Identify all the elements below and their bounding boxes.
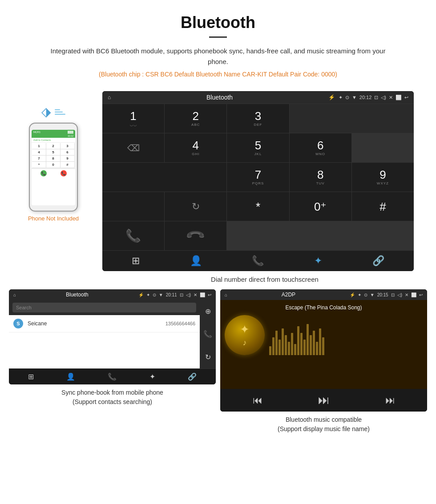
- dial-key-4[interactable]: 4 GHI: [165, 133, 226, 162]
- page-description: Integrated with BC6 Bluetooth module, su…: [49, 46, 387, 67]
- music-caption: Bluetooth music compatible (Support disp…: [278, 415, 370, 434]
- phone-not-included-label: Phone Not Included: [28, 215, 79, 222]
- dial-num-star: *: [256, 201, 260, 212]
- dial-num-4: 4: [193, 140, 199, 151]
- dial-key-6[interactable]: 6 MNO: [290, 133, 351, 162]
- dial-sub-5: JKL: [254, 152, 262, 156]
- eq-bar-12: [303, 340, 306, 355]
- pb-tb-link-icon[interactable]: 🔗: [188, 372, 197, 381]
- dial-backspace-icon: ⌫: [127, 143, 140, 153]
- page-header: Bluetooth Integrated with BC6 Bluetooth …: [0, 0, 436, 87]
- dial-key-star[interactable]: *: [227, 192, 289, 221]
- eq-bar-4: [279, 340, 281, 355]
- music-note-icon: ♪: [243, 338, 247, 348]
- pb-caption: Sync phone-book from mobile phone (Suppo…: [61, 388, 163, 407]
- pb-usb-icon: ⚡: [138, 292, 144, 297]
- music-sig-icon: ▼: [370, 292, 375, 297]
- phone-number-grid: 1 2 3 4 5 6 7 8 9 * 0 #: [32, 143, 75, 168]
- dial-toolbar: ⊞ 👤 📞 ✦ 🔗: [102, 250, 414, 271]
- pb-screen-title: Bluetooth: [19, 292, 136, 298]
- phone-key-3: 3: [61, 143, 75, 149]
- music-loc-icon: ⊙: [364, 292, 367, 297]
- eq-bar-13: [307, 324, 309, 355]
- dial-display: [290, 104, 414, 133]
- dial-num-7: 7: [255, 169, 261, 180]
- dial-call-green-icon: 📞: [125, 228, 141, 243]
- eq-bar-18: [322, 337, 324, 355]
- pb-cam-icon: ⊡: [180, 292, 183, 297]
- pb-contact-number: 13566664466: [166, 321, 195, 326]
- pb-search-row: Search: [9, 300, 200, 315]
- pb-tb-grid-icon[interactable]: ⊞: [28, 372, 34, 381]
- dial-key-2[interactable]: 2 ABC: [165, 104, 226, 133]
- dial-call-red-icon: 📞: [185, 225, 206, 246]
- music-next-btn[interactable]: ⏭: [385, 395, 395, 406]
- dial-refresh-btn[interactable]: ↻: [165, 192, 226, 221]
- dial-key-8[interactable]: 8 TUV: [290, 163, 351, 192]
- pb-search-icon[interactable]: ⊕: [205, 307, 211, 316]
- page-title: Bluetooth: [27, 13, 409, 32]
- pb-contact-list: S Seicane 13566664466: [9, 315, 200, 368]
- dial-sub-1: ◡◡: [130, 123, 137, 127]
- phonebook-screen: ⌂ Bluetooth ⚡ ✦ ⊙ ▼ 20:11 ⊡ ◁) ✕ ⬜ ↩ Sea…: [9, 289, 216, 384]
- music-caption-line1: Bluetooth music compatible: [286, 416, 362, 423]
- dial-key-hash[interactable]: #: [352, 192, 414, 221]
- phonebook-screen-block: ⌂ Bluetooth ⚡ ✦ ⊙ ▼ 20:11 ⊡ ◁) ✕ ⬜ ↩ Sea…: [9, 289, 216, 434]
- phone-key-2: 2: [46, 143, 61, 149]
- dial-num-1: 1: [130, 110, 136, 122]
- pb-refresh-icon[interactable]: ↻: [205, 353, 211, 361]
- dial-num-5: 5: [255, 140, 261, 151]
- dial-caption: Dial number direct from touchscreen: [102, 276, 427, 283]
- phone-top-bar: M(20) ▓▓▓: [32, 130, 75, 134]
- phone-key-8: 8: [46, 156, 61, 162]
- pb-search-input[interactable]: Search: [12, 303, 196, 312]
- phone-mockup-area: ⬗ M(20) ▓▓▓ 00:02 Add to Contacts 1 2 3: [9, 91, 98, 222]
- music-screen: ⌂ A2DP ⚡ ✦ ⊙ ▼ 20:15 ⊡ ◁) ✕ ⬜ ↩ Escape (…: [220, 289, 427, 412]
- wave-1: [55, 109, 60, 110]
- pb-call-icon[interactable]: 📞: [203, 330, 212, 338]
- dial-call-red-btn[interactable]: 📞: [165, 221, 226, 250]
- dial-tb-phone-icon[interactable]: 📞: [252, 255, 264, 267]
- pb-tb-bt-icon[interactable]: ✦: [149, 372, 155, 381]
- dial-key-5[interactable]: 5 JKL: [227, 133, 289, 162]
- dial-num-0: 0⁺: [314, 201, 327, 212]
- music-cam-icon: ⊡: [391, 292, 395, 297]
- dial-backspace-btn[interactable]: ⌫: [102, 133, 164, 162]
- dial-key-3[interactable]: 3 DEF: [227, 104, 289, 133]
- pb-contact-letter: S: [13, 319, 23, 328]
- dial-refresh-icon: ↻: [192, 201, 200, 212]
- phone-screen: M(20) ▓▓▓ 00:02 Add to Contacts 1 2 3 4 …: [32, 130, 75, 205]
- dial-screen: ⌂ Bluetooth ⚡ ✦ ⊙ ▼ 20:12 ⊡ ◁) ✕ ⬜ ↩: [102, 91, 414, 271]
- dial-key-1[interactable]: 1 ◡◡: [102, 104, 164, 133]
- dial-key-7[interactable]: 7 PQRS: [227, 163, 289, 192]
- dial-num-8: 8: [317, 169, 323, 180]
- music-play-pause-btn[interactable]: ⏭: [318, 393, 330, 407]
- phone-call-btn: 📞: [40, 170, 47, 176]
- dial-tb-bt-icon[interactable]: ✦: [314, 255, 322, 267]
- dial-call-green-btn[interactable]: 📞: [102, 221, 164, 250]
- music-screen-block: ⌂ A2DP ⚡ ✦ ⊙ ▼ 20:15 ⊡ ◁) ✕ ⬜ ↩ Escape (…: [220, 289, 427, 434]
- dial-sub-4: GHI: [192, 152, 199, 156]
- dial-key-0[interactable]: 0⁺: [290, 192, 351, 221]
- bottom-screenshots: ⌂ Bluetooth ⚡ ✦ ⊙ ▼ 20:11 ⊡ ◁) ✕ ⬜ ↩ Sea…: [0, 289, 436, 443]
- dial-camera-icon: ⊡: [374, 95, 378, 100]
- pb-tb-person-icon[interactable]: 👤: [66, 372, 75, 381]
- dial-tb-grid-icon[interactable]: ⊞: [132, 255, 140, 267]
- eq-bars: [269, 320, 423, 355]
- dial-sub-3: DEF: [254, 123, 262, 127]
- bluetooth-icon-area: ⬗: [41, 104, 65, 119]
- music-album-art: ✦ ♪: [225, 315, 265, 355]
- phone-bottom-row: 📞 📞: [32, 168, 75, 178]
- dial-usb-icon: ⚡: [328, 94, 335, 100]
- dial-tb-link-icon[interactable]: 🔗: [372, 255, 384, 267]
- music-prev-btn[interactable]: ⏮: [253, 395, 262, 406]
- pb-tb-phone-icon[interactable]: 📞: [108, 372, 117, 381]
- dial-tb-person-icon[interactable]: 👤: [190, 255, 202, 267]
- phone-key-9: 9: [61, 156, 75, 162]
- dial-key-9[interactable]: 9 WXYZ: [352, 163, 414, 192]
- music-caption-line2: (Support display music file name): [278, 425, 370, 432]
- phone-key-4: 4: [32, 149, 46, 156]
- pb-toolbar: ⊞ 👤 📞 ✦ 🔗: [9, 368, 216, 384]
- phone-carrier: M(20): [33, 131, 40, 133]
- eq-bar-16: [316, 342, 318, 355]
